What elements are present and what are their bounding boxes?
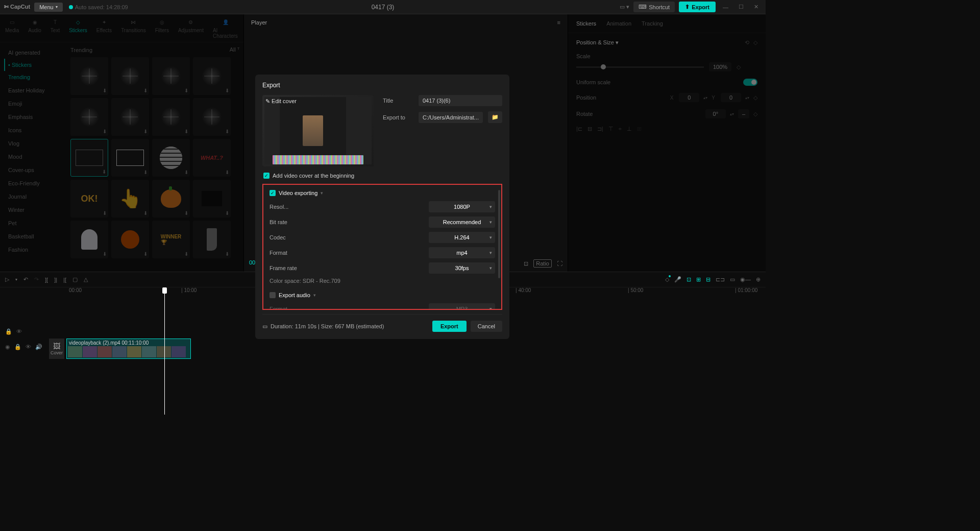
uniform-scale-toggle[interactable] — [743, 79, 757, 86]
tl-tool-3-icon[interactable]: ⊟ — [706, 276, 710, 283]
inspector-tab-animation[interactable]: Animation — [606, 20, 631, 27]
rotate-input[interactable]: 0° — [705, 109, 726, 118]
cat-icons[interactable]: Icons — [4, 124, 62, 136]
cat-section-stickers[interactable]: • Stickers — [4, 59, 62, 71]
minimize-icon[interactable]: — — [720, 4, 731, 10]
sticker-item[interactable]: 👆⬇ — [111, 180, 149, 218]
sticker-item[interactable]: ⬇ — [70, 221, 108, 258]
split-icon[interactable]: ][ — [45, 277, 48, 283]
timeline-clip[interactable]: videoplayback (2).mp4 00:11:10:00 — [66, 339, 191, 359]
tab-text[interactable]: TText — [51, 17, 60, 39]
align-right-icon[interactable]: ⊐| — [597, 126, 603, 132]
export-confirm-button[interactable]: Export — [432, 321, 467, 332]
scale-value[interactable]: 100% — [709, 62, 731, 71]
inspector-tab-stickers[interactable]: Stickers — [576, 20, 596, 27]
sticker-item[interactable]: ⬇ — [193, 57, 231, 95]
sticker-item[interactable]: ⬇ — [193, 98, 231, 136]
sticker-item[interactable]: ⬇ — [193, 180, 231, 218]
tl-tool-4-icon[interactable]: ⊏⊐ — [716, 276, 725, 283]
sticker-item[interactable]: ⬇ — [111, 98, 149, 136]
undo-icon[interactable]: ↶ — [23, 276, 28, 283]
sticker-item[interactable]: ⬇ — [70, 57, 108, 95]
video-exporting-checkbox[interactable]: ✓ — [270, 190, 276, 196]
warning-icon[interactable]: △ — [84, 276, 88, 283]
add-cover-checkbox[interactable]: ✓ — [263, 173, 270, 179]
position-x-input[interactable]: 0 — [679, 93, 699, 102]
mic-icon[interactable]: 🎤 — [674, 276, 681, 283]
cat-fashion[interactable]: Fashion — [4, 244, 62, 256]
rotate-extra[interactable]: – — [738, 109, 749, 118]
cat-eco[interactable]: Eco-Friendly — [4, 177, 62, 189]
sticker-item[interactable]: ⬇ — [70, 98, 108, 136]
cat-coverups[interactable]: Cover-ups — [4, 164, 62, 176]
align-v-center-icon[interactable]: ÷ — [619, 126, 622, 132]
trim-right-icon[interactable]: |[ — [63, 277, 66, 283]
grid-all[interactable]: All ᵀ — [230, 46, 239, 53]
tl-tool-2-icon[interactable]: ⊞ — [696, 276, 701, 283]
tab-media[interactable]: ▭Media — [5, 17, 19, 39]
mute-track-icon[interactable]: ◉ — [5, 344, 10, 350]
playhead[interactable] — [164, 287, 165, 415]
lock-track-icon[interactable]: 🔒 — [5, 328, 12, 335]
scale-slider[interactable] — [576, 66, 704, 68]
sticker-item-selected[interactable]: ⬇ — [70, 139, 108, 177]
sticker-item[interactable]: ⬇ — [111, 57, 149, 95]
tab-audio[interactable]: ◉Audio — [28, 17, 41, 39]
download-icon[interactable]: ⬇ — [103, 88, 107, 93]
original-ratio-icon[interactable]: ⊡ — [524, 260, 528, 267]
sticker-item[interactable]: ⬇ — [152, 57, 190, 95]
sticker-item[interactable]: OK!⬇ — [70, 180, 108, 218]
sticker-item[interactable]: ⬇ — [111, 139, 149, 177]
cat-ai-generated[interactable]: AI generated — [4, 46, 62, 59]
maximize-icon[interactable]: ☐ — [736, 4, 747, 10]
align-h-center-icon[interactable]: ⊟ — [587, 126, 592, 132]
menu-button[interactable]: Menu ▾ — [34, 3, 63, 12]
cat-easter[interactable]: Easter Holiday — [4, 84, 62, 96]
align-top-icon[interactable]: ⊤ — [608, 126, 614, 132]
lock-icon[interactable]: 🔒 — [14, 344, 21, 350]
marker-icon[interactable]: ◇ — [665, 276, 669, 283]
title-input[interactable]: 0417 (3)(6) — [419, 95, 502, 106]
resolution-select[interactable]: 1080P▾ — [429, 201, 495, 212]
cat-emphasis[interactable]: Emphasis — [4, 111, 62, 123]
cat-basketball[interactable]: Basketball — [4, 230, 62, 243]
export-audio-checkbox[interactable] — [270, 292, 276, 298]
tab-transitions[interactable]: ⋈Transitions — [121, 17, 146, 39]
sticker-item[interactable]: WINNER🏆⬇ — [152, 221, 190, 258]
sticker-item[interactable]: ⬇ — [152, 180, 190, 218]
cat-pet[interactable]: Pet — [4, 217, 62, 229]
player-menu-icon[interactable]: ≡ — [557, 19, 560, 26]
tab-ai[interactable]: 👤AI Characters — [213, 17, 238, 39]
scrollbar[interactable] — [498, 190, 500, 278]
tab-filters[interactable]: ◎Filters — [155, 17, 169, 39]
layout-icon[interactable]: ▭ ▾ — [620, 4, 629, 10]
crop-icon[interactable]: ▢ — [72, 276, 78, 283]
cover-thumb[interactable]: 🖼Cover — [49, 339, 64, 359]
trim-left-icon[interactable]: ]| — [54, 277, 57, 283]
cat-mood[interactable]: Mood — [4, 151, 62, 163]
format-select[interactable]: mp4▾ — [429, 247, 495, 258]
cursor-tool-icon[interactable]: ▷ — [5, 276, 9, 283]
cat-trending[interactable]: Trending — [4, 71, 62, 83]
tl-tool-5-icon[interactable]: ▭ — [730, 276, 735, 283]
cat-emoji[interactable]: Emoji — [4, 98, 62, 110]
cancel-button[interactable]: Cancel — [471, 321, 502, 332]
cat-winter[interactable]: Winter — [4, 204, 62, 216]
sticker-item[interactable]: ⬇ — [193, 221, 231, 258]
tab-stickers[interactable]: ◇Stickers — [69, 17, 87, 39]
align-bottom-icon[interactable]: ⊥ — [627, 126, 632, 132]
cat-journal[interactable]: Journal — [4, 190, 62, 203]
tab-adjustment[interactable]: ⚙Adjustment — [178, 17, 204, 39]
redo-icon[interactable]: ↷ — [34, 276, 39, 283]
codec-select[interactable]: H.264▾ — [429, 232, 495, 243]
sticker-item[interactable]: ⬇ — [152, 98, 190, 136]
edit-cover-button[interactable]: ✎ Edit cover — [265, 98, 297, 105]
align-left-icon[interactable]: |⊏ — [576, 126, 582, 132]
reset-icon[interactable]: ⟲ — [745, 39, 749, 46]
keyframe-icon[interactable]: ◇ — [753, 39, 757, 46]
close-icon[interactable]: ✕ — [751, 4, 762, 10]
sticker-item[interactable]: ⬇ — [152, 139, 190, 177]
tl-tool-1-icon[interactable]: ⊡ — [687, 276, 691, 283]
bitrate-select[interactable]: Recommended▾ — [429, 216, 495, 228]
hide-track-icon[interactable]: 👁 — [16, 328, 22, 335]
